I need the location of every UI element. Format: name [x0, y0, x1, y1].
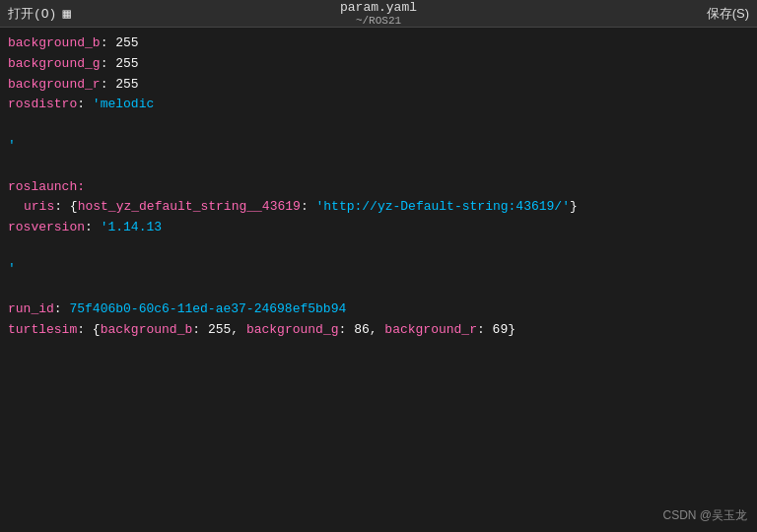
code-line-11: turtlesim: {background_b: 255, backgroun… — [8, 320, 749, 341]
code-line-4: rosdistro: 'melodic — [8, 95, 749, 115]
blank-line-1 — [8, 115, 749, 136]
val-tsim-bb: 255 — [208, 322, 231, 337]
val-bg-b: 255 — [115, 35, 138, 50]
code-line-2: background_g: 255 — [8, 54, 749, 75]
toolbar-icon[interactable]: ▦ — [62, 5, 70, 22]
code-line-6: roslaunch: — [8, 177, 749, 198]
titlebar-right: 保存(S) — [707, 5, 749, 23]
key-tsim-br: background_r — [384, 322, 477, 337]
key-run-id: run_id — [8, 301, 54, 316]
code-line-10: run_id: 75f406b0-60c6-11ed-ae37-24698ef5… — [8, 299, 749, 320]
code-line-7: uris: {host_yz_default_string__43619: 'h… — [8, 197, 749, 218]
titlebar-left: 打开(O) ▦ — [8, 5, 71, 23]
brace-open-1: { — [70, 199, 78, 214]
code-line-8: rosversion: '1.14.13 — [8, 218, 749, 238]
blank-line-2 — [8, 157, 749, 177]
code-line-3: background_r: 255 — [8, 75, 749, 96]
filepath: ~/ROS21 — [340, 15, 417, 27]
quote-1: ' — [8, 138, 16, 153]
val-tsim-br: 69 — [493, 322, 509, 337]
quote-2: ' — [8, 261, 16, 276]
brace-open-2: { — [93, 322, 101, 337]
key-bg-b: background_b — [8, 35, 101, 50]
blank-line-4 — [8, 280, 749, 300]
val-bg-g: 255 — [115, 56, 138, 71]
key-uris: uris — [24, 199, 54, 214]
key-rosdistro: rosdistro — [8, 97, 77, 111]
key-roslaunch: roslaunch: — [8, 179, 85, 194]
editor-content: background_b: 255 background_g: 255 back… — [0, 28, 757, 532]
watermark: CSDN @吴玉龙 — [662, 507, 747, 524]
key-host: host_yz_default_string__43619 — [78, 199, 301, 214]
code-line-5: ' — [8, 136, 749, 157]
blank-line-3 — [8, 238, 749, 259]
titlebar-center: param.yaml ~/ROS21 — [340, 0, 417, 27]
val-tsim-bg: 86 — [354, 322, 370, 337]
val-rosversion: '1.14.13 — [101, 220, 162, 234]
save-button[interactable]: 保存(S) — [707, 5, 749, 23]
code-line-1: background_b: 255 — [8, 33, 749, 54]
brace-close-1: } — [570, 199, 578, 214]
key-rosversion: rosversion — [8, 220, 85, 234]
key-bg-r: background_r — [8, 77, 101, 92]
key-bg-g: background_g — [8, 56, 101, 71]
key-tsim-bb: background_b — [101, 322, 193, 337]
titlebar: 打开(O) ▦ param.yaml ~/ROS21 保存(S) — [0, 0, 757, 28]
code-line-9: ' — [8, 259, 749, 280]
key-tsim-bg: background_g — [246, 322, 339, 337]
val-run-id: 75f406b0-60c6-11ed-ae37-24698ef5bb94 — [69, 301, 346, 316]
val-rosdistro: 'melodic — [93, 97, 154, 111]
key-turtlesim: turtlesim — [8, 322, 77, 337]
filename: param.yaml — [340, 0, 417, 15]
val-host: 'http://yz-Default-string:43619/' — [316, 199, 570, 214]
val-bg-r: 255 — [115, 77, 138, 92]
brace-close-2: } — [508, 322, 516, 337]
open-menu[interactable]: 打开(O) — [8, 5, 56, 23]
